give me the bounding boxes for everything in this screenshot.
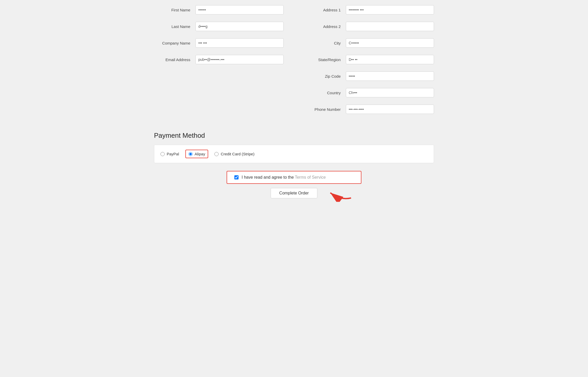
- input-city[interactable]: [346, 38, 434, 48]
- input-address2[interactable]: [346, 22, 434, 31]
- credit-card-radio[interactable]: [214, 152, 219, 156]
- paypal-radio[interactable]: [160, 152, 165, 156]
- label-company-name: Company Name: [154, 41, 195, 45]
- form-row-city: City: [304, 38, 434, 48]
- right-column: Address 1Address 2CityState/RegionZip Co…: [304, 5, 434, 121]
- label-country: Country: [304, 91, 346, 95]
- credit-card-option[interactable]: Credit Card (Stripe): [214, 152, 254, 156]
- complete-order-button[interactable]: Complete Order: [271, 188, 317, 198]
- form-row-address2: Address 2: [304, 22, 434, 31]
- left-column: First NameLast NameCompany NameEmail Add…: [154, 5, 284, 121]
- input-state[interactable]: [346, 55, 434, 64]
- label-first-name: First Name: [154, 8, 195, 12]
- tos-box: I have read and agree to the Terms of Se…: [227, 171, 361, 184]
- form-row-last-name: Last Name: [154, 22, 284, 31]
- label-city: City: [304, 41, 346, 45]
- form-row-country: Country: [304, 88, 434, 97]
- arrow-icon: [325, 184, 354, 202]
- form-row-address1: Address 1: [304, 5, 434, 15]
- label-last-name: Last Name: [154, 24, 195, 29]
- credit-card-label: Credit Card (Stripe): [221, 152, 254, 156]
- payment-methods-box: PayPal Alipay Credit Card (Stripe): [154, 145, 434, 163]
- page-container: First NameLast NameCompany NameEmail Add…: [138, 5, 450, 198]
- input-first-name[interactable]: [195, 5, 284, 15]
- form-row-email-address: Email Address: [154, 55, 284, 64]
- form-row-first-name: First Name: [154, 5, 284, 15]
- label-phone: Phone Number: [304, 107, 346, 112]
- input-last-name[interactable]: [195, 22, 284, 31]
- label-zip: Zip Code: [304, 74, 346, 78]
- input-address1[interactable]: [346, 5, 434, 15]
- input-email-address[interactable]: [195, 55, 284, 64]
- form-section: First NameLast NameCompany NameEmail Add…: [154, 5, 434, 121]
- tos-text-prefix: I have read and agree to the: [242, 175, 295, 179]
- arrow-container: [325, 184, 354, 203]
- label-address2: Address 2: [304, 24, 346, 29]
- input-phone[interactable]: [346, 105, 434, 114]
- complete-order-section: Complete Order: [154, 188, 434, 198]
- input-company-name[interactable]: [195, 38, 284, 48]
- input-zip[interactable]: [346, 71, 434, 81]
- label-state: State/Region: [304, 57, 346, 62]
- tos-section: I have read and agree to the Terms of Se…: [154, 171, 434, 184]
- alipay-radio[interactable]: [188, 152, 193, 156]
- paypal-option[interactable]: PayPal: [160, 152, 179, 156]
- form-row-company-name: Company Name: [154, 38, 284, 48]
- input-country[interactable]: [346, 88, 434, 97]
- alipay-highlight-box: Alipay: [185, 150, 208, 158]
- tos-link[interactable]: Terms of Service: [295, 175, 326, 179]
- tos-checkbox[interactable]: [234, 175, 239, 179]
- alipay-label: Alipay: [195, 152, 205, 156]
- tos-text: I have read and agree to the Terms of Se…: [242, 175, 326, 180]
- form-row-zip: Zip Code: [304, 71, 434, 81]
- label-address1: Address 1: [304, 8, 346, 12]
- label-email-address: Email Address: [154, 57, 195, 62]
- payment-section: Payment Method PayPal Alipay Credit Card…: [154, 132, 434, 198]
- alipay-option[interactable]: Alipay: [188, 152, 205, 156]
- paypal-label: PayPal: [167, 152, 179, 156]
- form-row-phone: Phone Number: [304, 105, 434, 114]
- form-row-state: State/Region: [304, 55, 434, 64]
- payment-title: Payment Method: [154, 132, 434, 140]
